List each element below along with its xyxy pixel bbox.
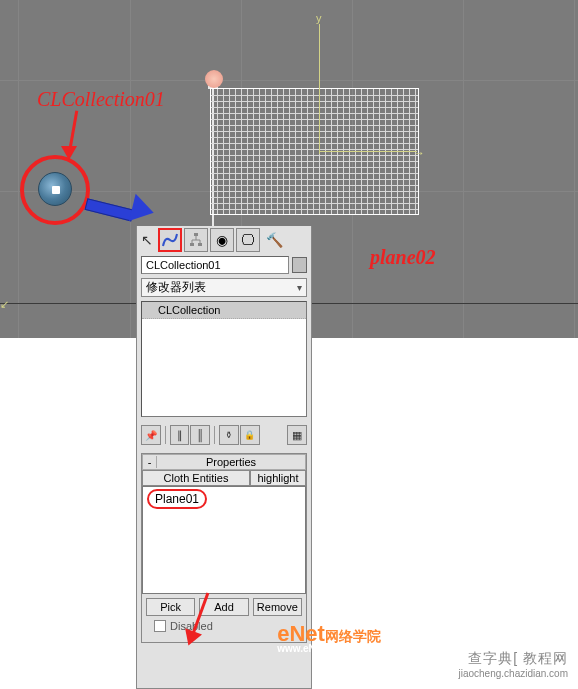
modify-tab[interactable] <box>158 228 182 252</box>
plane02-label: plane02 <box>370 246 436 269</box>
corner-marker: ↙ <box>0 298 9 311</box>
svg-rect-0 <box>194 233 198 236</box>
disabled-checkbox[interactable] <box>154 620 166 632</box>
rollout-title: Properties <box>157 456 305 468</box>
stack-item-clcollection[interactable]: CLCollection <box>142 302 306 319</box>
stack-tools: 📌 ∥ ║ ⚱ 🔒 ▦ <box>137 423 311 451</box>
object-color-swatch[interactable] <box>292 257 307 273</box>
cloth-entities-button[interactable]: Cloth Entities <box>142 470 250 486</box>
rollout-toggle-icon[interactable]: - <box>143 456 157 468</box>
svg-rect-2 <box>198 243 202 246</box>
modifier-list-dropdown[interactable]: 修改器列表 <box>141 278 307 297</box>
pick-button[interactable]: Pick <box>146 598 195 616</box>
command-panel: ↖ ◉ 🖵 🔨 修改器列表 CLCollection 📌 ∥ ║ ⚱ 🔒 ▦ -… <box>136 226 312 689</box>
show-end-result-button[interactable]: ∥ <box>170 425 190 445</box>
light-object[interactable] <box>205 70 223 88</box>
properties-rollout: - Properties Cloth Entities highlight Pl… <box>141 453 307 643</box>
hierarchy-tab[interactable] <box>184 228 208 252</box>
entities-list[interactable]: Plane01 <box>142 486 306 594</box>
utilities-tab[interactable]: 🔨 <box>262 228 286 252</box>
clcollection-label: CLCollection01 <box>37 88 165 111</box>
axis-x-tip: → <box>413 146 425 160</box>
panel-tabs: ↖ ◉ 🖵 🔨 <box>137 226 311 254</box>
axis-x-line <box>319 151 417 152</box>
axis-y-line <box>319 24 320 154</box>
object-name-input[interactable] <box>141 256 289 274</box>
rollout-header[interactable]: - Properties <box>142 454 306 470</box>
lock-stack-button[interactable]: 🔒 <box>240 425 260 445</box>
annotation-arrow-down <box>68 110 71 152</box>
modifier-stack[interactable]: CLCollection <box>141 301 307 417</box>
remove-modifier-button[interactable]: ⚱ <box>219 425 239 445</box>
remove-button[interactable]: Remove <box>253 598 302 616</box>
annotation-arrow-blue <box>86 198 134 210</box>
display-tab[interactable]: 🖵 <box>236 228 260 252</box>
axis-y-label: y <box>316 12 322 24</box>
pin-stack-button[interactable]: 📌 <box>141 425 161 445</box>
highlight-button[interactable]: highlight <box>250 470 306 486</box>
clcollection-object[interactable] <box>38 172 72 206</box>
watermark-chazidian: 查字典[ 教程网 jiaocheng.chazidian.com <box>458 650 568 679</box>
motion-tab[interactable]: ◉ <box>210 228 234 252</box>
annotation-arrow-pick <box>190 590 193 638</box>
add-button[interactable]: Add <box>199 598 248 616</box>
entity-plane01[interactable]: Plane01 <box>147 489 207 509</box>
svg-rect-1 <box>190 243 194 246</box>
cursor-icon: ↖ <box>141 232 153 248</box>
make-unique-button[interactable]: ║ <box>190 425 210 445</box>
configure-sets-button[interactable]: ▦ <box>287 425 307 445</box>
